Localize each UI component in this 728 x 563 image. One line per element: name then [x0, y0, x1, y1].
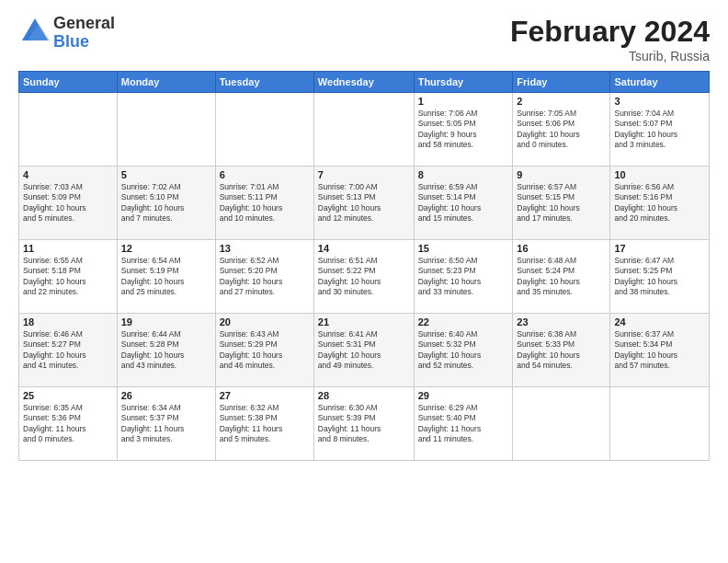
weekday-header-row: SundayMondayTuesdayWednesdayThursdayFrid…: [19, 72, 710, 93]
calendar-cell: [610, 387, 710, 461]
day-detail: Sunrise: 6:38 AM Sunset: 5:33 PM Dayligh…: [517, 329, 606, 372]
logo-icon: [18, 15, 51, 52]
day-number: 2: [517, 96, 606, 107]
calendar-cell: 27Sunrise: 6:32 AM Sunset: 5:38 PM Dayli…: [215, 387, 313, 461]
day-number: 19: [121, 316, 211, 327]
calendar-cell: 6Sunrise: 7:01 AM Sunset: 5:11 PM Daylig…: [215, 167, 313, 240]
calendar-week-row: 1Sunrise: 7:06 AM Sunset: 5:05 PM Daylig…: [19, 93, 710, 167]
weekday-header: Saturday: [610, 72, 710, 93]
day-number: 14: [318, 243, 410, 254]
calendar-cell: 21Sunrise: 6:41 AM Sunset: 5:31 PM Dayli…: [313, 314, 414, 387]
day-detail: Sunrise: 6:46 AM Sunset: 5:27 PM Dayligh…: [23, 329, 113, 372]
weekday-header: Thursday: [414, 72, 513, 93]
calendar-cell: 9Sunrise: 6:57 AM Sunset: 5:15 PM Daylig…: [513, 167, 610, 240]
day-number: 10: [614, 169, 705, 180]
logo: General Blue: [18, 15, 115, 52]
calendar-cell: 26Sunrise: 6:34 AM Sunset: 5:37 PM Dayli…: [117, 387, 215, 461]
calendar-cell: 7Sunrise: 7:00 AM Sunset: 5:13 PM Daylig…: [313, 167, 414, 240]
day-detail: Sunrise: 6:44 AM Sunset: 5:28 PM Dayligh…: [121, 329, 211, 372]
calendar-cell: 5Sunrise: 7:02 AM Sunset: 5:10 PM Daylig…: [117, 167, 215, 240]
day-detail: Sunrise: 6:51 AM Sunset: 5:22 PM Dayligh…: [318, 256, 410, 298]
day-number: 9: [517, 169, 606, 180]
day-detail: Sunrise: 7:01 AM Sunset: 5:11 PM Dayligh…: [220, 182, 310, 224]
title-section: February 2024 Tsurib, Russia: [510, 15, 710, 63]
day-detail: Sunrise: 7:02 AM Sunset: 5:10 PM Dayligh…: [121, 182, 211, 224]
calendar-cell: 15Sunrise: 6:50 AM Sunset: 5:23 PM Dayli…: [414, 240, 513, 314]
calendar-cell: 18Sunrise: 6:46 AM Sunset: 5:27 PM Dayli…: [19, 314, 118, 387]
day-number: 20: [220, 316, 310, 327]
weekday-header: Wednesday: [313, 72, 414, 93]
day-number: 8: [418, 169, 509, 180]
day-number: 16: [517, 243, 606, 254]
day-number: 11: [23, 243, 113, 254]
day-detail: Sunrise: 6:59 AM Sunset: 5:14 PM Dayligh…: [418, 182, 509, 224]
calendar-week-row: 11Sunrise: 6:55 AM Sunset: 5:18 PM Dayli…: [19, 240, 710, 314]
weekday-header: Monday: [117, 72, 215, 93]
weekday-header: Friday: [513, 72, 610, 93]
day-detail: Sunrise: 6:52 AM Sunset: 5:20 PM Dayligh…: [220, 256, 310, 298]
calendar: SundayMondayTuesdayWednesdayThursdayFrid…: [18, 71, 710, 461]
day-detail: Sunrise: 6:56 AM Sunset: 5:16 PM Dayligh…: [614, 182, 705, 224]
day-detail: Sunrise: 6:57 AM Sunset: 5:15 PM Dayligh…: [517, 182, 606, 224]
calendar-cell: 3Sunrise: 7:04 AM Sunset: 5:07 PM Daylig…: [610, 93, 710, 167]
header: General Blue February 2024 Tsurib, Russi…: [18, 15, 710, 63]
calendar-cell: 10Sunrise: 6:56 AM Sunset: 5:16 PM Dayli…: [610, 167, 710, 240]
day-number: 26: [121, 390, 211, 401]
day-number: 18: [23, 316, 113, 327]
day-detail: Sunrise: 6:47 AM Sunset: 5:25 PM Dayligh…: [614, 256, 705, 298]
day-number: 21: [318, 316, 410, 327]
day-detail: Sunrise: 6:48 AM Sunset: 5:24 PM Dayligh…: [517, 256, 606, 298]
day-detail: Sunrise: 6:41 AM Sunset: 5:31 PM Dayligh…: [318, 329, 410, 372]
day-detail: Sunrise: 7:00 AM Sunset: 5:13 PM Dayligh…: [318, 182, 410, 224]
calendar-cell: [513, 387, 610, 461]
day-detail: Sunrise: 7:05 AM Sunset: 5:06 PM Dayligh…: [517, 109, 606, 151]
calendar-cell: [313, 93, 414, 167]
calendar-cell: 13Sunrise: 6:52 AM Sunset: 5:20 PM Dayli…: [215, 240, 313, 314]
day-number: 12: [121, 243, 211, 254]
day-detail: Sunrise: 6:50 AM Sunset: 5:23 PM Dayligh…: [418, 256, 509, 298]
day-number: 7: [318, 169, 410, 180]
day-number: 28: [318, 390, 410, 401]
calendar-week-row: 18Sunrise: 6:46 AM Sunset: 5:27 PM Dayli…: [19, 314, 710, 387]
day-detail: Sunrise: 6:55 AM Sunset: 5:18 PM Dayligh…: [23, 256, 113, 298]
calendar-cell: 28Sunrise: 6:30 AM Sunset: 5:39 PM Dayli…: [313, 387, 414, 461]
calendar-cell: 12Sunrise: 6:54 AM Sunset: 5:19 PM Dayli…: [117, 240, 215, 314]
calendar-cell: 2Sunrise: 7:05 AM Sunset: 5:06 PM Daylig…: [513, 93, 610, 167]
day-detail: Sunrise: 6:40 AM Sunset: 5:32 PM Dayligh…: [418, 329, 509, 372]
page: General Blue February 2024 Tsurib, Russi…: [0, 0, 728, 563]
day-detail: Sunrise: 6:30 AM Sunset: 5:39 PM Dayligh…: [318, 403, 410, 445]
day-detail: Sunrise: 6:37 AM Sunset: 5:34 PM Dayligh…: [614, 329, 705, 372]
day-detail: Sunrise: 6:32 AM Sunset: 5:38 PM Dayligh…: [220, 403, 310, 445]
day-detail: Sunrise: 7:04 AM Sunset: 5:07 PM Dayligh…: [614, 109, 705, 151]
calendar-cell: 11Sunrise: 6:55 AM Sunset: 5:18 PM Dayli…: [19, 240, 118, 314]
weekday-header: Sunday: [19, 72, 118, 93]
calendar-cell: 22Sunrise: 6:40 AM Sunset: 5:32 PM Dayli…: [414, 314, 513, 387]
calendar-cell: 19Sunrise: 6:44 AM Sunset: 5:28 PM Dayli…: [117, 314, 215, 387]
day-number: 27: [220, 390, 310, 401]
day-number: 6: [220, 169, 310, 180]
day-number: 22: [418, 316, 509, 327]
calendar-cell: 25Sunrise: 6:35 AM Sunset: 5:36 PM Dayli…: [19, 387, 118, 461]
logo-text: General Blue: [53, 15, 115, 52]
calendar-cell: [117, 93, 215, 167]
calendar-cell: 14Sunrise: 6:51 AM Sunset: 5:22 PM Dayli…: [313, 240, 414, 314]
day-detail: Sunrise: 7:03 AM Sunset: 5:09 PM Dayligh…: [23, 182, 113, 224]
calendar-cell: 17Sunrise: 6:47 AM Sunset: 5:25 PM Dayli…: [610, 240, 710, 314]
calendar-cell: 23Sunrise: 6:38 AM Sunset: 5:33 PM Dayli…: [513, 314, 610, 387]
calendar-cell: 1Sunrise: 7:06 AM Sunset: 5:05 PM Daylig…: [414, 93, 513, 167]
day-number: 23: [517, 316, 606, 327]
calendar-cell: 4Sunrise: 7:03 AM Sunset: 5:09 PM Daylig…: [19, 167, 118, 240]
logo-blue: Blue: [53, 33, 115, 52]
day-number: 17: [614, 243, 705, 254]
title-location: Tsurib, Russia: [510, 49, 710, 63]
day-number: 29: [418, 390, 509, 401]
day-detail: Sunrise: 6:54 AM Sunset: 5:19 PM Dayligh…: [121, 256, 211, 298]
day-number: 1: [418, 96, 509, 107]
day-detail: Sunrise: 6:34 AM Sunset: 5:37 PM Dayligh…: [121, 403, 211, 445]
day-detail: Sunrise: 6:29 AM Sunset: 5:40 PM Dayligh…: [418, 403, 509, 445]
calendar-cell: 20Sunrise: 6:43 AM Sunset: 5:29 PM Dayli…: [215, 314, 313, 387]
day-detail: Sunrise: 7:06 AM Sunset: 5:05 PM Dayligh…: [418, 109, 509, 151]
calendar-cell: [19, 93, 118, 167]
calendar-cell: 8Sunrise: 6:59 AM Sunset: 5:14 PM Daylig…: [414, 167, 513, 240]
title-month: February 2024: [510, 15, 710, 49]
